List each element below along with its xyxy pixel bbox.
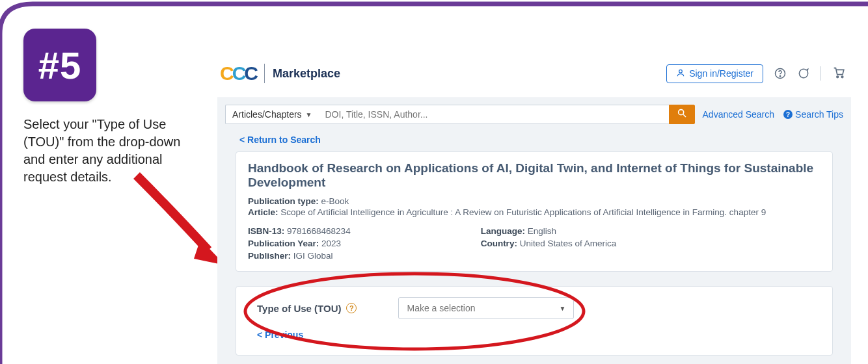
search-tips-link[interactable]: ? Search Tips — [783, 109, 843, 120]
brand-divider — [264, 64, 265, 83]
logo-c3: C — [244, 62, 256, 84]
brand-title: Marketplace — [273, 67, 340, 81]
meta-two-columns: ISBN-13: 9781668468234 Publication Year:… — [248, 226, 821, 262]
content-area: Articles/Chapters ▼ Advanced Search ? Se… — [217, 98, 851, 364]
meta-col-left: ISBN-13: 9781668468234 Publication Year:… — [248, 226, 351, 262]
signin-register-button[interactable]: Sign in/Register — [666, 64, 763, 83]
isbn-label: ISBN-13: — [248, 226, 284, 236]
signin-label: Sign in/Register — [689, 68, 753, 79]
publisher-label: Publisher: — [248, 251, 291, 261]
publisher-value: IGI Global — [293, 251, 333, 261]
tou-label-text: Type of Use (TOU) — [257, 303, 341, 314]
advanced-search-link[interactable]: Advanced Search — [703, 109, 775, 120]
step-instruction-text: Select your "Type of Use (TOU)" from the… — [23, 116, 199, 186]
search-bar: Articles/Chapters ▼ Advanced Search ? Se… — [225, 105, 843, 124]
advanced-search-label: Advanced Search — [703, 109, 775, 120]
step-number-text: #5 — [38, 44, 82, 87]
chat-icon[interactable] — [797, 67, 810, 80]
search-tips-label: Search Tips — [795, 109, 843, 120]
article-value: Scope of Artificial Intelligence in Agri… — [280, 207, 766, 217]
marketplace-app: C C C Marketplace Sign in/Register — [217, 58, 851, 364]
search-category-label: Articles/Chapters — [232, 109, 302, 120]
search-button[interactable] — [669, 105, 695, 124]
article-row: Article: Scope of Artificial Intelligenc… — [248, 207, 821, 217]
logo-c1: C — [220, 62, 232, 84]
tou-select-placeholder: Make a selection — [407, 303, 475, 313]
svg-line-7 — [683, 114, 686, 117]
svg-point-3 — [780, 76, 780, 77]
pub-type-label: Publication type: — [248, 196, 319, 206]
meta-col-right: Language: English Country: United States… — [481, 226, 617, 262]
isbn-value: 9781668468234 — [287, 226, 351, 236]
step-number-badge: #5 — [23, 29, 96, 101]
svg-point-6 — [678, 110, 683, 115]
ccc-logo: C C C — [220, 62, 256, 84]
topbar: C C C Marketplace Sign in/Register — [217, 58, 851, 98]
pubyear-value: 2023 — [321, 239, 341, 248]
tou-help-icon[interactable]: ? — [346, 303, 357, 313]
country-value: United States of America — [520, 239, 617, 248]
brand-block: C C C Marketplace — [220, 62, 340, 84]
country-label: Country: — [481, 239, 517, 248]
help-icon[interactable] — [774, 67, 787, 80]
tou-row: Type of Use (TOU) ? Make a selection ▼ — [257, 297, 811, 319]
question-icon: ? — [783, 110, 793, 119]
publication-title: Handbook of Research on Applications of … — [248, 161, 821, 190]
cart-icon[interactable] — [832, 65, 846, 82]
search-category-dropdown[interactable]: Articles/Chapters ▼ — [225, 105, 319, 124]
type-of-use-card: Type of Use (TOU) ? Make a selection ▼ <… — [236, 286, 833, 356]
user-icon — [676, 68, 685, 79]
search-links: Advanced Search ? Search Tips — [703, 105, 843, 124]
pub-type-value: e-Book — [321, 196, 349, 206]
pubyear-label: Publication Year: — [248, 239, 319, 248]
search-icon — [677, 108, 687, 121]
pub-type-row: Publication type: e-Book — [248, 196, 821, 206]
publication-card: Handbook of Research on Applications of … — [236, 151, 833, 272]
topbar-actions: Sign in/Register — [666, 64, 846, 83]
tou-select-dropdown[interactable]: Make a selection ▼ — [398, 297, 574, 319]
language-label: Language: — [481, 226, 525, 236]
return-to-search-link[interactable]: < Return to Search — [239, 135, 321, 145]
search-input[interactable] — [319, 105, 669, 124]
svg-point-4 — [837, 76, 839, 78]
chevron-down-icon: ▼ — [560, 305, 566, 312]
svg-point-1 — [679, 70, 683, 73]
previous-link[interactable]: < Previous — [257, 330, 303, 340]
tou-label-group: Type of Use (TOU) ? — [257, 303, 357, 314]
topbar-separator — [821, 66, 821, 81]
logo-c2: C — [232, 62, 245, 84]
chevron-down-icon: ▼ — [306, 111, 312, 118]
article-label: Article: — [248, 207, 278, 217]
svg-point-5 — [841, 76, 843, 78]
language-value: English — [528, 226, 556, 236]
